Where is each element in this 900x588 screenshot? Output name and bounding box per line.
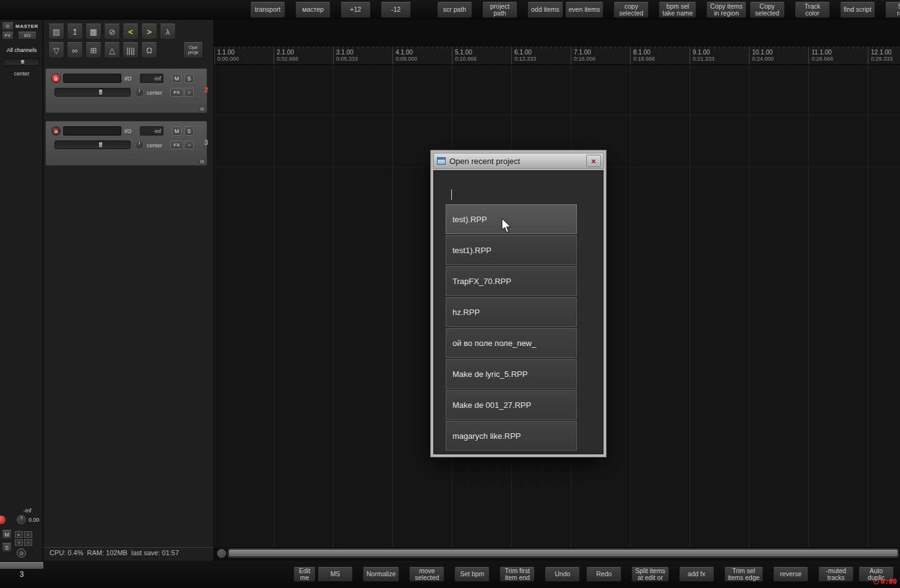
master-power-button[interactable]: ⊙ bbox=[2, 22, 14, 30]
trim-sel-items-edge-button[interactable]: Trim sel items edge bbox=[724, 567, 763, 582]
toolbar-icon-button[interactable]: |||| bbox=[123, 42, 139, 58]
reverse-button[interactable]: reverse bbox=[773, 567, 808, 582]
project-list-item[interactable]: hz.RPP bbox=[446, 297, 577, 327]
master-fx-button[interactable]: FX bbox=[2, 32, 14, 40]
toolbar-icon-button[interactable]: ↥ bbox=[67, 24, 83, 40]
even-items-button[interactable]: even items bbox=[565, 2, 604, 18]
ruler-measure[interactable]: 8.1.00 0:18.666 bbox=[630, 46, 690, 64]
master-record-icon[interactable] bbox=[0, 515, 6, 525]
plus12-button[interactable]: +12 bbox=[340, 2, 371, 18]
ruler-measure[interactable]: 9.1.00 0:21.333 bbox=[690, 46, 749, 64]
project-list-item[interactable]: Make de 001_27.RPP bbox=[446, 390, 577, 420]
set-rate-button[interactable]: Set rate bbox=[885, 2, 900, 18]
fx-button[interactable]: FX bbox=[170, 141, 183, 149]
project-list-item[interactable]: ой во поле поле_new_ bbox=[446, 328, 577, 358]
record-arm-button[interactable]: a bbox=[51, 126, 61, 136]
envelope-button[interactable] bbox=[199, 106, 205, 111]
toolbar-icon-button[interactable]: ▤ bbox=[48, 24, 64, 40]
open-project-button[interactable]: Ope proje bbox=[183, 42, 203, 58]
monitor-icon[interactable]: ○ bbox=[24, 539, 32, 546]
solo-button[interactable]: S bbox=[184, 74, 194, 83]
scrollbar-thumb[interactable] bbox=[229, 550, 898, 556]
volume-fader[interactable] bbox=[54, 141, 131, 149]
routing-icon[interactable]: ▸ bbox=[15, 531, 23, 538]
project-list-item[interactable]: TrapFX_70.RPP bbox=[446, 266, 577, 296]
move-selected-button[interactable]: move selected bbox=[409, 567, 444, 582]
fx-bypass-button[interactable]: ○ bbox=[184, 88, 194, 97]
master-io-button[interactable]: I/O bbox=[18, 32, 37, 40]
odd-items-button[interactable]: odd items bbox=[527, 2, 563, 18]
edit-me-button[interactable]: Edit me bbox=[293, 567, 316, 582]
zoom-button[interactable] bbox=[217, 549, 226, 558]
fader-thumb[interactable] bbox=[98, 89, 103, 95]
trim-first-item-end-button[interactable]: Trim first item end bbox=[500, 567, 535, 582]
normalize-button[interactable]: Normalize bbox=[363, 567, 399, 582]
add-fx-button[interactable]: add fx bbox=[679, 567, 714, 582]
master-gain-knob[interactable] bbox=[17, 515, 26, 524]
toolbar-icon-button[interactable]: Ω bbox=[141, 42, 157, 58]
toolbar-icon-button[interactable]: △ bbox=[104, 42, 120, 58]
horizontal-scrollbar[interactable] bbox=[228, 548, 899, 558]
toolbar-icon-button[interactable]: ⊞ bbox=[85, 42, 102, 58]
master-button[interactable]: мастер bbox=[295, 2, 331, 18]
io-button[interactable]: I/O bbox=[124, 76, 131, 82]
fx-button[interactable]: FX bbox=[170, 88, 183, 97]
project-list-item[interactable]: Make de lyric_5.RPP bbox=[446, 359, 577, 389]
toolbar-icon-button[interactable]: ∞ bbox=[67, 42, 83, 58]
pan-knob[interactable] bbox=[135, 141, 144, 149]
envelope-icon[interactable]: ≈ bbox=[24, 531, 32, 538]
master-gain-readout[interactable]: 0.00 bbox=[28, 517, 40, 523]
ruler-measure[interactable]: 5.1.00 0:10.666 bbox=[452, 46, 511, 64]
ruler-measure[interactable]: 7.1.00 0:16.000 bbox=[571, 46, 630, 64]
timeline-ruler[interactable]: 1.1.00 0:00.000 2.1.00 0:02.666 3.1.00 0… bbox=[214, 46, 900, 65]
dialog-titlebar[interactable]: Open recent project × bbox=[433, 153, 604, 169]
toolbar-icon-button[interactable]: < bbox=[123, 24, 139, 40]
copy-items-in-region-button[interactable]: Copy items in region bbox=[706, 2, 746, 18]
ruler-measure[interactable]: 3.1.00 0:05.333 bbox=[333, 46, 392, 64]
toolbar-icon-button[interactable]: ▦ bbox=[85, 24, 102, 40]
undo-button[interactable]: Undo bbox=[545, 567, 580, 582]
copy-selected-button[interactable]: copy selected bbox=[613, 2, 649, 18]
fader-thumb[interactable] bbox=[98, 142, 103, 148]
bpm-sel-take-name-button[interactable]: bpm sel take name bbox=[659, 2, 696, 18]
record-arm-button[interactable]: a bbox=[51, 74, 61, 83]
project-list-item[interactable]: test1).RPP bbox=[446, 235, 577, 265]
project-list-item[interactable]: magarych like.RPP bbox=[446, 421, 577, 451]
redo-button[interactable]: Redo bbox=[586, 567, 621, 582]
project-path-button[interactable]: project path bbox=[482, 2, 517, 18]
volume-fader[interactable] bbox=[54, 88, 131, 97]
minus12-button[interactable]: -12 bbox=[381, 2, 411, 18]
toolbar-icon-button[interactable]: > bbox=[141, 24, 157, 40]
fader-thumb[interactable] bbox=[20, 59, 25, 64]
scr-path-button[interactable]: scr path bbox=[437, 2, 472, 18]
master-mute-button[interactable]: M bbox=[2, 530, 12, 539]
toolbar-icon-button[interactable]: ⊘ bbox=[104, 24, 120, 40]
toolbar-icon-button[interactable]: ▽ bbox=[48, 42, 64, 58]
track-color-button[interactable]: Track color bbox=[795, 2, 830, 18]
master-volume-readout[interactable]: -inf bbox=[24, 508, 32, 514]
master-solo-button[interactable]: S bbox=[2, 543, 12, 552]
ruler-measure[interactable]: 6.1.00 0:13.333 bbox=[511, 46, 571, 64]
split-items-at-edit-button[interactable]: Split items at edit or bbox=[631, 567, 669, 582]
close-button[interactable]: × bbox=[586, 155, 601, 167]
solo-button[interactable]: S bbox=[184, 126, 194, 136]
fx-bypass-button[interactable]: ○ bbox=[184, 141, 194, 149]
muted-tracks-button[interactable]: -muted tracks bbox=[818, 567, 854, 582]
transport-button[interactable]: transport bbox=[250, 2, 285, 18]
volume-readout[interactable]: -inf bbox=[140, 126, 163, 136]
pan-knob[interactable] bbox=[135, 88, 144, 97]
ruler-measure[interactable]: 10.1.00 0:24.000 bbox=[749, 46, 808, 64]
master-pan-fader[interactable] bbox=[4, 58, 40, 66]
ruler-measure[interactable]: 4.1.00 0:08.000 bbox=[392, 46, 452, 64]
mute-button[interactable]: M bbox=[172, 74, 181, 83]
track-name-input[interactable] bbox=[63, 126, 121, 136]
ruler-measure[interactable]: 11.1.00 0:26.666 bbox=[808, 46, 868, 64]
mute-button[interactable]: M bbox=[172, 126, 181, 136]
toolbar-icon-button[interactable]: λ bbox=[160, 24, 176, 40]
io-button[interactable]: I/O bbox=[124, 128, 131, 134]
ruler-measure[interactable]: 12.1.00 0:29.333 bbox=[868, 46, 900, 64]
filter-input[interactable] bbox=[451, 189, 603, 201]
set-bpm-button[interactable]: Set bpm bbox=[454, 567, 490, 582]
ms-button[interactable]: MS bbox=[318, 567, 353, 582]
meter-icon[interactable]: ≡ bbox=[15, 539, 23, 546]
